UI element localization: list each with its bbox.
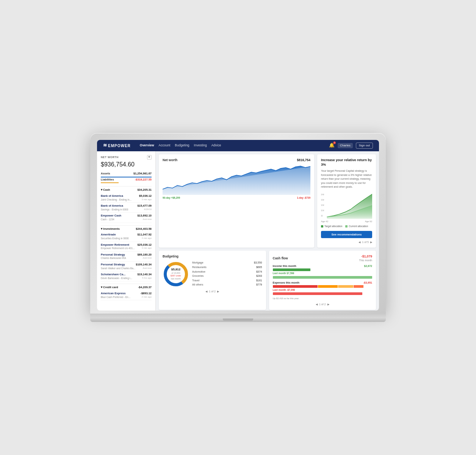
- budgeting-card: Budgeting: [159, 251, 266, 310]
- budget-restaurants: Restaurants $665: [192, 265, 262, 269]
- net-worth-card-title: Net worth: [163, 158, 177, 162]
- net-worth-card: Net worth $816,754: [159, 154, 314, 248]
- nav-right: 🔔 3 Charles Sign out: [329, 143, 373, 149]
- investments-total: $244,403.58: [136, 227, 152, 231]
- expense-value: -$3,951: [363, 281, 372, 284]
- rec-prev-icon[interactable]: ◀: [359, 240, 360, 244]
- account-personal-strategy-1[interactable]: Personal Strategy Charles Barkowski IRA …: [101, 252, 152, 262]
- cashflow-title: Cash flow: [273, 256, 288, 260]
- donut-value: $5,812: [171, 268, 181, 272]
- income-value: $2,872: [364, 264, 372, 268]
- assets-bar: [101, 177, 152, 177]
- investments-section-title: ▾ Investments: [101, 227, 120, 231]
- donut-period: last month: [171, 278, 181, 281]
- rec-chart: $4M $3M $2M $1M $0: [321, 192, 372, 219]
- rec-text: Your target Personal Capital strategy is…: [321, 169, 372, 189]
- account-boa-savings[interactable]: Bank of America Savings - Ending in 0000…: [101, 203, 152, 213]
- current-legend-label: Current allocation: [349, 225, 368, 228]
- net-worth-1day: 1-day -$739: [297, 196, 310, 199]
- rec-legend: Target allocation Current allocation: [321, 225, 372, 228]
- cashflow-card: Cash flow -$1,079 This month Income this…: [269, 251, 376, 310]
- expenses-section: Expenses this month -$3,951: [273, 281, 373, 295]
- svg-text:$0: $0: [321, 215, 323, 217]
- account-boa-checking[interactable]: Bank of America Joint Checking - Ending …: [101, 193, 152, 203]
- account-empower-cash[interactable]: Empower Cash Cash - 1234 $13,692.10 Just…: [101, 213, 152, 223]
- logo: ≋ EMPOWER: [103, 143, 131, 149]
- nav-account[interactable]: Account: [159, 143, 171, 148]
- cashflow-pagination: ◀ 1 of 2 ▶: [273, 303, 373, 306]
- rec-next-icon[interactable]: ▶: [370, 240, 372, 244]
- laptop-base: [90, 314, 386, 322]
- budget-next[interactable]: ▶: [217, 290, 219, 293]
- credit-total: -$4,209.37: [138, 286, 152, 289]
- budget-travel: Travel $161: [192, 279, 262, 282]
- account-personal-strategy-2[interactable]: Personal Strategy Sarah Walker and Charl…: [101, 262, 152, 271]
- credit-section-header[interactable]: ▾ Credit card -$4,209.37: [101, 284, 152, 290]
- account-empower-retirement[interactable]: Empower Retirement Empower Retirement c/…: [101, 242, 152, 252]
- navbar: ≋ EMPOWER Overview Account Budgeting Inv…: [97, 140, 379, 151]
- cash-section-header[interactable]: ▾ Cash $34,205.31: [101, 186, 152, 193]
- nav-overview[interactable]: Overview: [140, 143, 154, 148]
- net-worth-card-value: $816,754: [297, 158, 310, 162]
- cashflow-footer: Up $2,410 so far this year.: [273, 297, 373, 300]
- budget-mortgage: Mortgage $3,550: [192, 261, 262, 264]
- rec-age-start: Age 42: [321, 220, 328, 223]
- credit-section-title: ▾ Credit card: [101, 286, 118, 289]
- budget-groceries: Groceries $283: [192, 274, 262, 278]
- target-legend-label: Target allocation: [324, 225, 342, 228]
- bell-badge: 3: [333, 141, 336, 144]
- account-scholarshare[interactable]: Scholarshare Ca... Devin Barkowski - End…: [101, 271, 152, 281]
- donut-of: of 14,000: [171, 272, 181, 275]
- row-1: Net worth $816,754: [159, 154, 376, 248]
- income-last-bar: [273, 276, 373, 279]
- bell-button[interactable]: 🔔 3: [329, 143, 335, 149]
- credit-card-section: ▾ Credit card -$4,209.37 American Expres…: [101, 284, 152, 300]
- income-label: Income this month: [273, 264, 296, 268]
- rec-title: Increase your relative return by 3%: [321, 158, 372, 167]
- income-section: Income this month $2,872 Last month $7,5…: [273, 264, 373, 279]
- recommendation-card: Increase your relative return by 3% Your…: [317, 154, 376, 248]
- logo-text: EMPOWER: [108, 143, 131, 148]
- budget-pagination: ◀ 1 of 2 ▶: [163, 290, 262, 293]
- rec-age-end: Age 92: [365, 220, 372, 223]
- income-current-bar: [273, 268, 311, 271]
- expense-last-bar: [273, 292, 362, 295]
- svg-text:$2M: $2M: [321, 204, 324, 206]
- net-worth-add-btn[interactable]: +: [147, 155, 152, 160]
- logo-icon: ≋: [103, 143, 106, 149]
- row-2: Budgeting: [159, 251, 376, 310]
- cashflow-period: This month: [359, 259, 372, 262]
- cashflow-next[interactable]: ▶: [327, 303, 329, 306]
- svg-text:$3M: $3M: [321, 199, 324, 201]
- investments-section-header[interactable]: ▾ Investments $244,403.58: [101, 225, 152, 232]
- liabilities-bar: [101, 182, 119, 183]
- current-legend-dot: [345, 225, 348, 228]
- laptop-notch: [223, 318, 253, 321]
- cashflow-page: 1 of 2: [319, 303, 326, 306]
- budgeting-title: Budgeting: [163, 254, 178, 259]
- nav-investing[interactable]: Investing: [194, 143, 207, 148]
- expense-last-month: Last month -$7,090: [273, 289, 373, 292]
- investments-section: ▾ Investments $244,403.58 Ameritrade Sec…: [101, 225, 152, 282]
- svg-text:$4M: $4M: [321, 194, 324, 196]
- laptop-wrapper: ≋ EMPOWER Overview Account Budgeting Inv…: [90, 133, 386, 322]
- see-recommendations-button[interactable]: See recommendations: [321, 231, 372, 238]
- cashflow-prev[interactable]: ◀: [316, 303, 318, 306]
- signout-button[interactable]: Sign out: [356, 143, 373, 149]
- income-last-month: Last month $7,598: [273, 272, 373, 275]
- main-content: Net worth $816,754: [156, 151, 379, 311]
- budget-prev[interactable]: ◀: [205, 290, 207, 293]
- expense-label: Expenses this month: [273, 281, 299, 284]
- user-menu[interactable]: Charles: [338, 143, 353, 148]
- account-amex[interactable]: American Express Blue Cash Preferred - E…: [101, 290, 152, 300]
- laptop-bezel: ≋ EMPOWER Overview Account Budgeting Inv…: [97, 140, 379, 311]
- account-ameritrade[interactable]: Ameritrade Securities Ending in 0000 $11…: [101, 232, 152, 242]
- app-screen: ≋ EMPOWER Overview Account Budgeting Inv…: [97, 140, 379, 311]
- nav-budgeting[interactable]: Budgeting: [175, 143, 189, 148]
- net-worth-chart: [163, 165, 310, 195]
- target-legend-dot: [321, 225, 323, 228]
- cash-section: ▾ Cash $34,205.31 Bank of America Joint …: [101, 186, 152, 223]
- net-worth-90day: 90-day +$6,299: [163, 196, 180, 199]
- cash-total: $34,205.31: [137, 188, 152, 192]
- nav-advice[interactable]: Advice: [211, 143, 221, 148]
